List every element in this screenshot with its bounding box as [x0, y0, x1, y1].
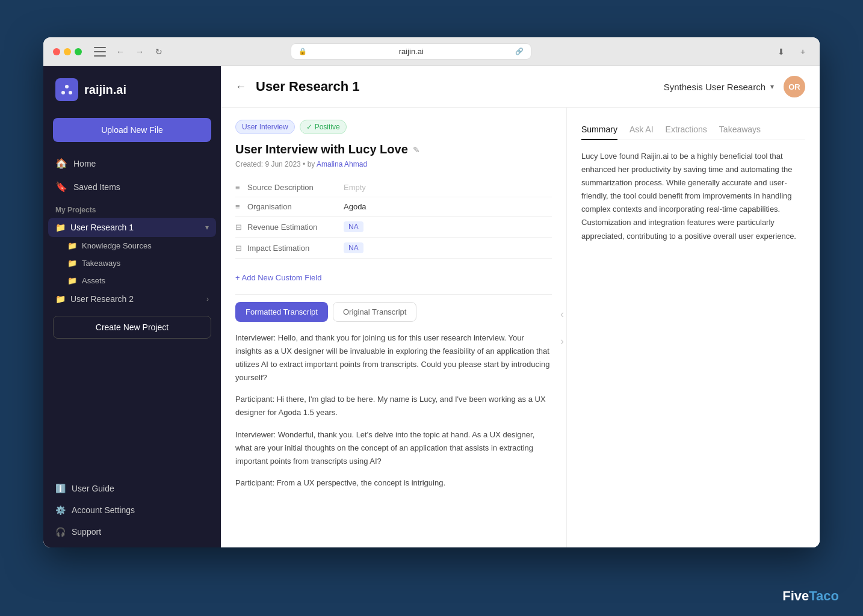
workspace-selector[interactable]: Synthesis User Research ▾ [664, 82, 774, 92]
logo-text: raijin.ai [84, 83, 126, 97]
project-user-research-2[interactable]: 📁 User Research 2 › [48, 289, 216, 309]
revenue-badge: NA [344, 221, 363, 232]
tab-extractions[interactable]: Extractions [666, 120, 707, 140]
folder-icon: 📁 [55, 223, 66, 232]
upload-new-file-button[interactable]: Upload New File [53, 118, 211, 142]
scroll-down-arrow[interactable]: › [560, 335, 564, 348]
refresh-browser-button[interactable]: ↻ [152, 45, 166, 59]
tab-ask-ai[interactable]: Ask AI [629, 120, 654, 140]
svg-point-0 [65, 85, 69, 88]
sidebar: raijin.ai Upload New File 🏠 Home 🔖 Saved… [43, 66, 221, 547]
transcript-tabs: Formatted Transcript Original Transcript [235, 302, 552, 322]
document-title-row: User Interview with Lucy Love ✎ [235, 143, 552, 156]
meta-separator: • [303, 160, 308, 168]
document-panel: User Interview ✓ Positive User Interview… [221, 108, 567, 547]
content-area: User Interview ✓ Positive User Interview… [221, 108, 820, 547]
user-guide-label: User Guide [72, 484, 114, 493]
sidebar-item-knowledge-sources[interactable]: 📁 Knowledge Sources [60, 237, 216, 254]
sidebar-item-user-guide[interactable]: ℹ️ User Guide [48, 478, 216, 499]
summary-content: Lucy Love found Raijin.ai to be a highly… [581, 150, 805, 243]
project-2-label: User Research 2 [70, 294, 134, 304]
close-button[interactable] [53, 48, 60, 55]
support-label: Support [72, 527, 101, 537]
app-container: raijin.ai Upload New File 🏠 Home 🔖 Saved… [43, 66, 820, 547]
sidebar-item-takeaways[interactable]: 📁 Takeaways [60, 254, 216, 272]
knowledge-sources-label: Knowledge Sources [82, 241, 152, 250]
my-projects-section-title: My Projects [43, 199, 221, 218]
back-browser-button[interactable]: ← [113, 45, 128, 59]
logo-area: raijin.ai [43, 66, 221, 113]
svg-point-1 [61, 91, 65, 94]
home-icon: 🏠 [55, 158, 67, 169]
maximize-button[interactable] [75, 48, 82, 55]
document-fields: ≡ Source Description Empty ≡ Organisatio… [235, 178, 552, 259]
check-circle-icon: ✓ [306, 123, 312, 131]
page-title: User Research 1 [256, 79, 654, 94]
url-text: raijin.ai [312, 47, 510, 56]
sidebar-item-saved[interactable]: 🔖 Saved Items [48, 175, 216, 199]
sidebar-item-home[interactable]: 🏠 Home [48, 152, 216, 175]
sidebar-bottom: ℹ️ User Guide ⚙️ Account Settings 🎧 Supp… [43, 473, 221, 547]
project-user-research-1[interactable]: 📁 User Research 1 ▾ [48, 218, 216, 237]
transcript-para-3: Interviewer: Wonderful, thank you. Let's… [235, 428, 552, 468]
chevron-down-icon: ▾ [205, 223, 209, 232]
bookmark-icon: 🔖 [55, 181, 67, 192]
info-icon: ℹ️ [55, 484, 66, 493]
field-organisation: ≡ Organisation Agoda [235, 197, 552, 217]
browser-window: ← → ↻ 🔒 raijin.ai 🔗 ⬇ + [43, 37, 820, 547]
folder-icon-3: 📁 [67, 259, 77, 268]
tab-original-transcript[interactable]: Original Transcript [333, 302, 416, 322]
page-header: ← User Research 1 Synthesis User Researc… [221, 66, 820, 108]
by-label: by [308, 160, 315, 168]
folder-icon-5: 📁 [55, 294, 66, 304]
project-1-label: User Research 1 [70, 223, 134, 232]
panel-tabs: Summary Ask AI Extractions Takeaways [581, 120, 805, 140]
field-revenue-estimation: ⊟ Revenue Estimation NA [235, 217, 552, 238]
fivetaco-black: Five [782, 588, 809, 603]
right-panel: Summary Ask AI Extractions Takeaways Luc… [567, 108, 820, 547]
divider [235, 294, 552, 295]
address-bar[interactable]: 🔒 raijin.ai 🔗 [291, 43, 531, 60]
edit-icon[interactable]: ✎ [413, 145, 420, 155]
create-new-project-button[interactable]: Create New Project [53, 316, 211, 339]
field-impact-estimation: ⊟ Impact Estimation NA [235, 238, 552, 259]
interview-tag: User Interview [235, 120, 295, 134]
author-link[interactable]: Amalina Ahmad [317, 160, 367, 168]
scroll-up-arrow[interactable]: ‹ [560, 308, 564, 321]
tab-summary[interactable]: Summary [581, 120, 617, 140]
back-button[interactable]: ← [235, 81, 246, 93]
saved-label: Saved Items [73, 182, 120, 192]
sidebar-toggle[interactable] [94, 47, 106, 57]
assets-label: Assets [82, 276, 105, 285]
sentiment-tag: ✓ Positive [300, 120, 347, 134]
field-value-2: Agoda [344, 202, 367, 211]
link-icon: 🔗 [515, 48, 524, 55]
fivetaco-brand: FiveTaco [782, 588, 839, 604]
forward-browser-button[interactable]: → [132, 45, 147, 59]
field-icon-1: ≡ [235, 183, 247, 192]
sidebar-item-assets[interactable]: 📁 Assets [60, 272, 216, 289]
main-content: ← User Research 1 Synthesis User Researc… [221, 66, 820, 547]
transcript-content: Interviewer: Hello, and thank you for jo… [235, 331, 552, 490]
minimize-button[interactable] [64, 48, 71, 55]
folder-icon-2: 📁 [67, 241, 77, 250]
browser-actions: ⬇ + [774, 45, 810, 59]
sidebar-item-support[interactable]: 🎧 Support [48, 521, 216, 543]
sidebar-navigation: 🏠 Home 🔖 Saved Items [43, 152, 221, 199]
add-custom-field-button[interactable]: + Add New Custom Field [235, 268, 552, 287]
gear-icon: ⚙️ [55, 505, 66, 515]
download-icon[interactable]: ⬇ [774, 45, 788, 59]
folder-icon-4: 📁 [67, 276, 77, 285]
tab-takeaways[interactable]: Takeaways [719, 120, 761, 140]
user-avatar[interactable]: OR [784, 76, 805, 97]
fivetaco-blue: Taco [809, 588, 839, 603]
new-tab-icon[interactable]: + [796, 45, 810, 59]
field-source-description: ≡ Source Description Empty [235, 178, 552, 197]
field-icon-4: ⊟ [235, 244, 247, 253]
transcript-para-1: Interviewer: Hello, and thank you for jo… [235, 331, 552, 384]
tab-formatted-transcript[interactable]: Formatted Transcript [235, 302, 328, 322]
created-date: 9 Jun 2023 [265, 160, 300, 168]
scroll-arrows: ‹ › [560, 308, 564, 348]
browser-navigation: ← → ↻ [113, 45, 166, 59]
sidebar-item-account-settings[interactable]: ⚙️ Account Settings [48, 499, 216, 521]
